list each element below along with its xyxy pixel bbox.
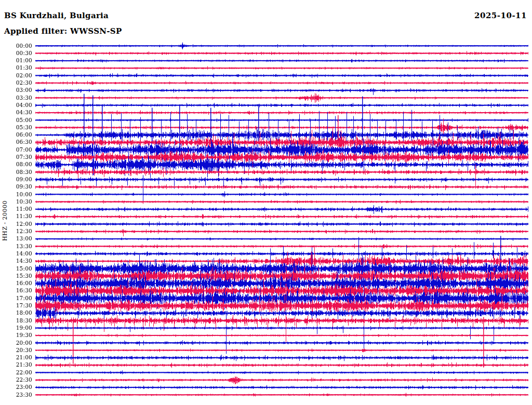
time-label: 23:30 bbox=[0, 392, 32, 398]
time-label: 01:00 bbox=[0, 58, 32, 63]
time-label: 11:30 bbox=[0, 213, 32, 219]
time-label: 17:00 bbox=[0, 295, 32, 301]
time-label: 17:30 bbox=[0, 303, 32, 308]
time-label: 20:00 bbox=[0, 340, 32, 346]
time-label: 15:00 bbox=[0, 266, 32, 272]
helicorder-page: BS Kurdzhali, Bulgaria 2025-10-11 Applie… bbox=[0, 0, 532, 405]
time-label: 05:00 bbox=[0, 117, 32, 123]
time-label: 06:30 bbox=[0, 139, 32, 145]
time-label: 10:30 bbox=[0, 199, 32, 205]
time-label: 12:30 bbox=[0, 228, 32, 234]
time-label: 18:30 bbox=[0, 318, 32, 323]
time-label: 07:30 bbox=[0, 154, 32, 160]
time-label: 08:30 bbox=[0, 169, 32, 175]
time-label: 23:00 bbox=[0, 384, 32, 390]
time-label: 00:00 bbox=[0, 43, 32, 49]
time-label: 02:30 bbox=[0, 80, 32, 86]
time-label: 07:00 bbox=[0, 147, 32, 153]
time-label: 03:00 bbox=[0, 87, 32, 93]
time-label: 09:30 bbox=[0, 184, 32, 190]
time-label: 09:00 bbox=[0, 177, 32, 182]
time-label: 04:00 bbox=[0, 102, 32, 108]
time-label: 14:30 bbox=[0, 258, 32, 264]
time-label: 18:00 bbox=[0, 310, 32, 316]
time-label: 06:00 bbox=[0, 132, 32, 138]
time-label: 00:30 bbox=[0, 50, 32, 56]
time-label: 19:00 bbox=[0, 325, 32, 331]
time-label: 22:30 bbox=[0, 377, 32, 383]
time-label: 08:00 bbox=[0, 161, 32, 167]
time-label: 20:30 bbox=[0, 347, 32, 353]
helicorder-canvas bbox=[0, 0, 532, 405]
time-label: 10:00 bbox=[0, 192, 32, 197]
time-label: 03:30 bbox=[0, 95, 32, 101]
time-label: 16:30 bbox=[0, 288, 32, 293]
time-label: 12:00 bbox=[0, 221, 32, 227]
time-label: 13:30 bbox=[0, 244, 32, 249]
time-label: 19:30 bbox=[0, 332, 32, 338]
time-label: 13:00 bbox=[0, 236, 32, 241]
time-label: 04:30 bbox=[0, 110, 32, 115]
time-label: 01:30 bbox=[0, 65, 32, 71]
time-label: 16:00 bbox=[0, 280, 32, 286]
time-label: 05:30 bbox=[0, 125, 32, 130]
time-label: 21:00 bbox=[0, 355, 32, 360]
time-label: 02:00 bbox=[0, 73, 32, 78]
time-label: 21:30 bbox=[0, 362, 32, 368]
time-label: 11:00 bbox=[0, 206, 32, 212]
time-label: 15:30 bbox=[0, 273, 32, 279]
time-label: 14:00 bbox=[0, 251, 32, 256]
time-label: 22:00 bbox=[0, 370, 32, 375]
